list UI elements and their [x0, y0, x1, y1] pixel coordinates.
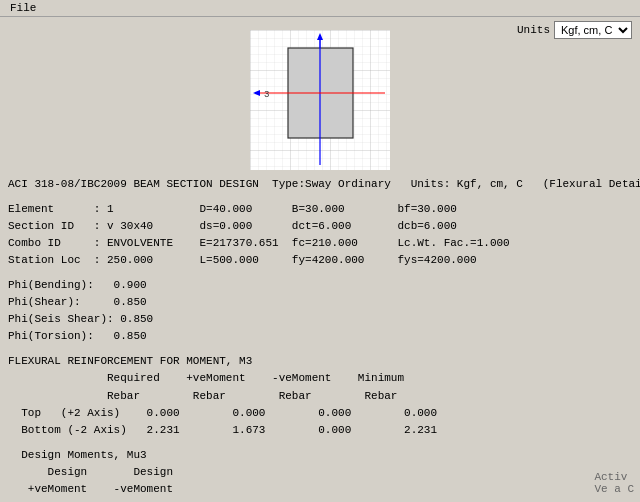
prop-line1: Element : 1 D=40.000 B=30.000 bf=30.000	[8, 201, 632, 218]
menubar: File	[0, 0, 640, 17]
beam-svg: 3	[250, 30, 390, 170]
file-menu[interactable]: File	[4, 0, 42, 16]
table-row-bottom: Bottom (-2 Axis) 2.231 1.673 0.000 2.231	[8, 422, 632, 439]
design-moments-header: Design Moments, Mu3	[8, 447, 632, 464]
design-col: Design Design	[8, 464, 632, 481]
prop-line4: Station Loc : 250.000 L=500.000 fy=4200.…	[8, 252, 632, 269]
main-content: Units Kgf, cm, CN, mm, CKip, in, F	[0, 17, 640, 499]
header-line: ACI 318-08/IBC2009 BEAM SECTION DESIGN T…	[8, 176, 632, 193]
flexural-header: FLEXURAL REINFORCEMENT FOR MOMENT, M3	[8, 353, 632, 370]
table-col-headers: Required +veMoment -veMoment Minimum	[8, 370, 632, 387]
beam-diagram: 3	[250, 30, 390, 170]
phi-seis: Phi(Seis Shear): 0.850	[8, 311, 632, 328]
text-area: ACI 318-08/IBC2009 BEAM SECTION DESIGN T…	[0, 172, 640, 499]
table-row-top: Top (+2 Axis) 0.000 0.000 0.000 0.000	[8, 405, 632, 422]
canvas-area: 3	[0, 17, 640, 172]
design-subcol: +veMoment -veMoment	[8, 481, 632, 498]
prop-line2: Section ID : v 30x40 ds=0.000 dct=6.000 …	[8, 218, 632, 235]
table-col-subheads: Rebar Rebar Rebar Rebar	[8, 388, 632, 405]
prop-line3: Combo ID : ENVOLVENTE E=217370.651 fc=21…	[8, 235, 632, 252]
watermark: Activ Ve a C	[594, 471, 634, 495]
design-values: 210865.463 0.000	[8, 498, 632, 499]
watermark-ve: Ve a C	[594, 483, 634, 495]
watermark-activ: Activ	[594, 471, 627, 483]
phi-bending: Phi(Bending): 0.900	[8, 277, 632, 294]
phi-torsion: Phi(Torsion): 0.850	[8, 328, 632, 345]
svg-text:3: 3	[264, 90, 269, 100]
phi-shear: Phi(Shear): 0.850	[8, 294, 632, 311]
